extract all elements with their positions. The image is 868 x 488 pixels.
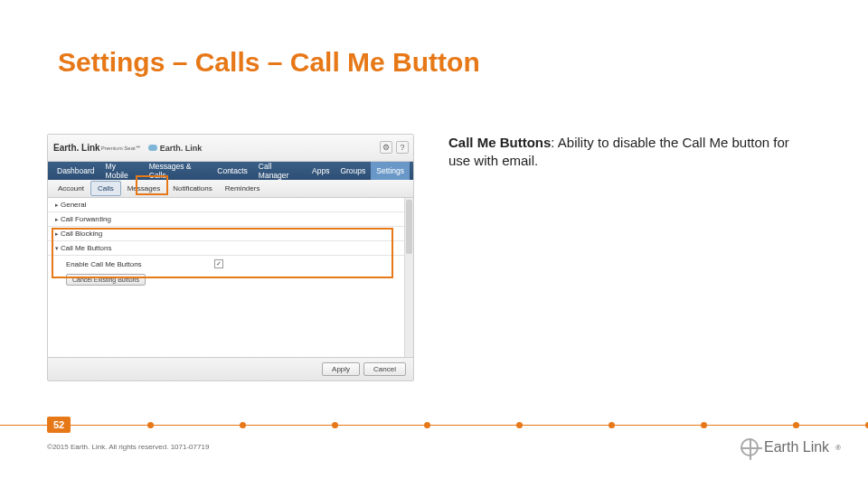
content-inner: General Call Forwarding Call Blocking Ca… xyxy=(48,198,404,357)
nav1-item[interactable]: Messages & Calls xyxy=(144,162,212,180)
nav1-item[interactable]: Call Manager xyxy=(253,162,307,180)
gear-icon[interactable]: ⚙ xyxy=(380,141,392,154)
footer-dot xyxy=(332,422,338,428)
footer-dot xyxy=(424,422,430,428)
primary-nav: DashboardMy MobileMessages & CallsContac… xyxy=(48,162,413,180)
nav2-item[interactable]: Account xyxy=(52,182,90,195)
nav1-item[interactable]: Dashboard xyxy=(52,162,100,180)
apply-button[interactable]: Apply xyxy=(322,362,360,376)
nav1-item[interactable]: Settings xyxy=(371,162,410,180)
cancel-button[interactable]: Cancel xyxy=(363,362,406,376)
help-icon[interactable]: ? xyxy=(396,141,409,154)
footer-dot xyxy=(609,422,615,428)
globe-icon xyxy=(741,438,759,456)
section-call-me-buttons[interactable]: Call Me Buttons xyxy=(48,241,404,256)
slide: Settings – Calls – Call Me Button Call M… xyxy=(0,0,868,488)
cancel-existing-button[interactable]: Cancel Existing Buttons xyxy=(66,274,146,286)
enable-checkbox[interactable]: ✓ xyxy=(214,259,223,268)
cloud-icon xyxy=(148,145,157,151)
brand-tag: Premium Seat xyxy=(101,145,136,151)
nav1-item[interactable]: Groups xyxy=(335,162,371,180)
section-call-blocking[interactable]: Call Blocking xyxy=(48,227,404,241)
footer-logo: Earth Link® xyxy=(741,438,841,456)
nav1-item[interactable]: My Mobile xyxy=(100,162,144,180)
nav2-item[interactable]: Calls xyxy=(90,181,121,196)
nav2-item[interactable]: Messages xyxy=(121,182,166,195)
nav1-item[interactable]: Contacts xyxy=(212,162,253,180)
brand-sub: Earth. Link xyxy=(160,144,203,153)
enable-row: Enable Call Me Buttons ✓ xyxy=(66,259,386,268)
app-screenshot: Earth. Link Premium Seat ℠ Earth. Link ⚙… xyxy=(47,134,414,381)
footer-dot xyxy=(147,422,154,428)
nav2-item[interactable]: Reminders xyxy=(219,182,267,195)
footer-dots xyxy=(0,421,868,430)
footer-dot xyxy=(516,422,523,428)
brand-sup: ℠ xyxy=(136,145,141,151)
scrollbar-thumb[interactable] xyxy=(406,200,412,254)
scrollbar[interactable] xyxy=(404,198,413,357)
footer-dot xyxy=(793,422,799,428)
section-call-me-body: Enable Call Me Buttons ✓ Cancel Existing… xyxy=(48,256,404,296)
secondary-nav: AccountCallsMessagesNotificationsReminde… xyxy=(48,180,413,198)
footer-dot xyxy=(701,422,707,428)
app-header: Earth. Link Premium Seat ℠ Earth. Link ⚙… xyxy=(48,135,413,162)
section-call-forwarding[interactable]: Call Forwarding xyxy=(48,212,404,227)
copyright: ©2015 Earth. Link. All rights reserved. … xyxy=(47,443,209,451)
footer-brand: Earth Link xyxy=(764,439,829,455)
app-footer: Apply Cancel xyxy=(48,357,413,380)
registered-mark: ® xyxy=(835,444,841,452)
content-pane: General Call Forwarding Call Blocking Ca… xyxy=(48,198,413,380)
footer-dot xyxy=(240,422,246,428)
nav1-item[interactable]: Apps xyxy=(307,162,335,180)
description-bold: Call Me Buttons xyxy=(448,135,551,150)
enable-label: Enable Call Me Buttons xyxy=(66,260,142,268)
description: Call Me Buttons: Ability to disable the … xyxy=(448,134,810,169)
section-general[interactable]: General xyxy=(48,198,404,212)
header-icons: ⚙ ? xyxy=(380,141,409,154)
page-title: Settings – Calls – Call Me Button xyxy=(58,47,480,78)
page-number-badge: 52 xyxy=(47,417,71,433)
nav2-item[interactable]: Notifications xyxy=(166,182,219,195)
brand-main: Earth. Link xyxy=(53,143,100,153)
